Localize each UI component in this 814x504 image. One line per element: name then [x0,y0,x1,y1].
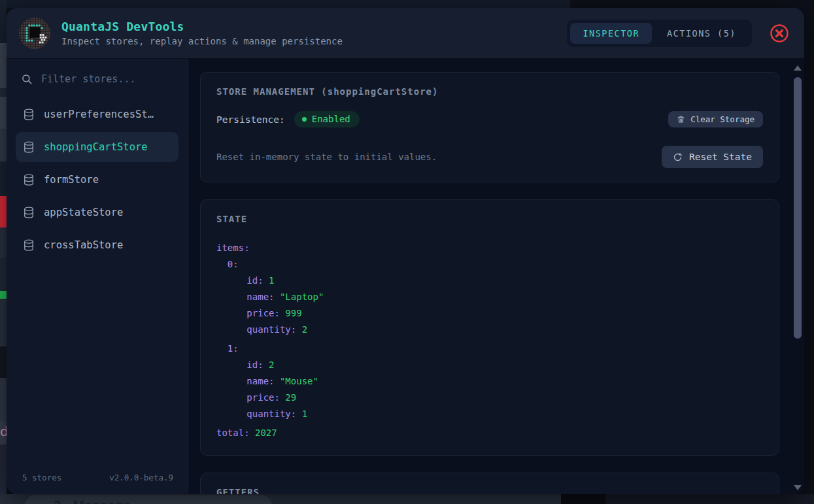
sidebar-store-item[interactable]: formStore [16,165,178,195]
persistence-status-badge: Enabled [294,111,360,127]
state-key: price: [246,392,280,403]
state-tree-line: price: 29 [216,390,763,406]
reset-description: Reset in-memory state to initial values. [216,152,437,162]
sidebar-store-item[interactable]: appStateStore [16,197,178,227]
background-top-strip [0,0,570,8]
background-bottom-strip: 3 Message [0,494,814,504]
state-tree-line: 0: [216,256,763,273]
store-management-card: STORE MANAGEMENT (shoppingCartStore) Per… [200,72,779,182]
store-item-label: crossTabStore [44,239,123,251]
state-tree-line: quantity: 2 [216,322,763,338]
message-pill[interactable]: 3 Message [25,495,272,504]
store-item-label: userPreferencesSt… [44,109,154,120]
getters-title: GETTERS [216,487,763,494]
scrollbar-thumb[interactable] [794,77,802,339]
background-left-strip: d [0,0,7,504]
state-tree-line: id: 1 [216,273,763,289]
close-button[interactable] [769,23,790,44]
state-key: id: [246,360,263,370]
store-list: userPreferencesSt… shoppingCartStore for… [7,93,188,263]
state-value: 1 [263,275,275,286]
scroll-up-arrow-icon[interactable] [794,65,802,71]
store-item-label: appStateStore [44,207,123,218]
persistence-label: Persistence: [216,114,285,125]
database-icon [22,141,35,154]
tab-actions[interactable]: ACTIONS (5) [654,23,749,44]
state-value: "Laptop" [275,292,324,302]
state-card: STATE items:0:id: 1name: "Laptop"price: … [200,199,779,456]
store-management-title: STORE MANAGEMENT (shoppingCartStore) [216,86,763,97]
state-value: 999 [280,308,302,318]
status-dot-icon [302,117,307,122]
sidebar-store-item[interactable]: shoppingCartStore [16,132,178,162]
page-background: d 3 Message [0,0,814,504]
state-value: 2027 [250,428,277,438]
search-icon [21,73,33,85]
sidebar-footer: 5 stores v2.0.0-beta.9 [7,465,188,494]
database-icon [22,206,35,219]
app-subtitle: Inspect stores, replay actions & manage … [61,36,343,46]
state-key: name: [246,376,274,386]
state-value: 2 [296,324,307,335]
state-tree-line: total: 2027 [216,425,763,441]
state-title: STATE [216,214,763,224]
background-text-fragment: d [0,424,7,439]
tab-inspector[interactable]: INSPECTOR [570,23,652,44]
state-key: 0: [228,259,239,269]
store-sidebar: userPreferencesSt… shoppingCartStore for… [7,59,188,494]
message-label: Message [73,497,131,504]
state-value: 1 [296,409,307,419]
state-tree-line: 1: [216,341,763,357]
state-tree: items:0:id: 1name: "Laptop"price: 999qua… [216,240,763,441]
sidebar-store-item[interactable]: crossTabStore [16,230,178,260]
sidebar-store-item[interactable]: userPreferencesSt… [16,99,178,129]
state-tree-line: id: 2 [216,357,763,373]
state-key: total: [216,428,250,438]
state-key: quantity: [246,409,296,419]
devtools-header: QuantaJS DevTools Inspect stores, replay… [7,8,804,59]
filter-row [7,67,188,93]
getters-card: GETTERS [200,473,779,494]
state-key: price: [246,308,280,318]
state-tree-line: items: [216,240,763,256]
message-count: 3 [54,497,61,504]
devtools-window: QuantaJS DevTools Inspect stores, replay… [7,8,804,494]
state-key: quantity: [246,324,296,335]
app-title: QuantaJS DevTools [61,20,343,33]
state-key: id: [246,275,263,286]
state-value: 2 [263,360,275,370]
database-icon [22,239,35,252]
state-key: items: [216,243,250,253]
quantajs-logo-icon [18,17,51,50]
reset-icon [673,152,683,162]
store-item-label: shoppingCartStore [44,141,148,153]
database-icon [22,108,35,121]
reset-state-button[interactable]: Reset State [662,146,763,168]
store-count: 5 stores [22,473,61,482]
state-tree-line: quantity: 1 [216,406,763,422]
state-value: 29 [280,392,296,403]
state-tree-line: name: "Mouse" [216,373,763,390]
clear-storage-button[interactable]: Clear Storage [668,111,763,127]
version-label: v2.0.0-beta.9 [109,473,173,482]
state-tree-line: name: "Laptop" [216,289,763,305]
state-key: name: [246,292,274,302]
database-icon [22,173,35,186]
header-tabs: INSPECTOR ACTIONS (5) [567,20,752,47]
close-icon [769,23,790,44]
devtools-body: userPreferencesSt… shoppingCartStore for… [7,59,804,494]
filter-stores-input[interactable] [41,73,175,85]
main-scrollbar [792,63,803,493]
state-key: 1: [228,343,239,354]
scroll-down-arrow-icon[interactable] [794,485,802,490]
trash-icon [677,115,685,124]
state-value: "Mouse" [275,376,318,386]
store-item-label: formStore [44,174,99,186]
inspector-panel: STORE MANAGEMENT (shoppingCartStore) Per… [188,59,804,494]
state-tree-line: price: 999 [216,305,763,322]
